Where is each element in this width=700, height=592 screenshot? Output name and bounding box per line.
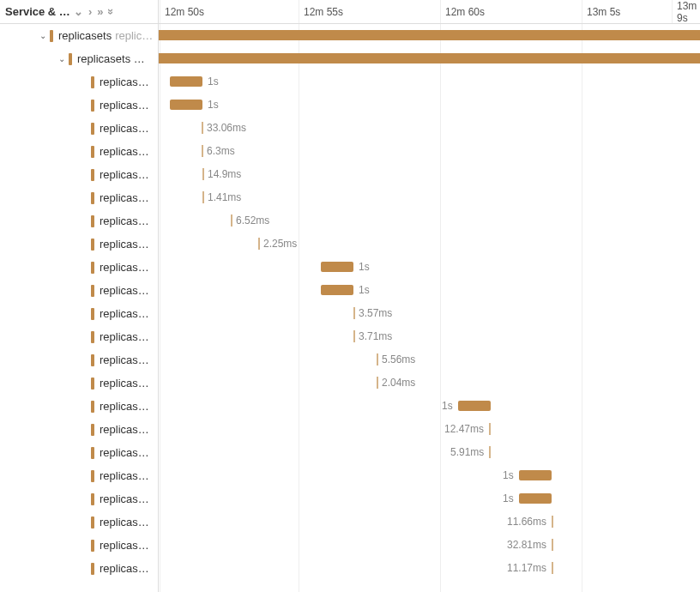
span-bar[interactable] [353, 330, 355, 342]
span-name: replicas… [100, 562, 149, 575]
span-tree-row[interactable]: replicas… [0, 557, 158, 580]
gantt-row[interactable]: 11.66ms [159, 510, 700, 534]
span-tree-row[interactable]: replicas… [0, 163, 158, 186]
gantt-row[interactable]: 1s [159, 487, 700, 510]
span-bar[interactable] [170, 100, 202, 110]
span-tree-row[interactable]: ⌄replicasetsreplic… [0, 24, 158, 47]
span-bar[interactable] [202, 145, 203, 157]
gantt-row[interactable]: 11.17ms [159, 557, 700, 580]
span-bar[interactable] [519, 493, 552, 504]
span-tree-row[interactable]: replicas… [0, 325, 158, 348]
next-icon[interactable]: › [88, 6, 92, 17]
span-tree-row[interactable]: replicas… [0, 186, 158, 209]
gantt-row[interactable]: 12.47ms [159, 418, 700, 441]
span-duration-label: 32.81ms [507, 539, 546, 551]
span-tree-row[interactable]: replicas… [0, 534, 158, 557]
span-name: replicas… [100, 492, 149, 505]
span-tree-row[interactable]: replicas… [0, 464, 158, 487]
span-tree-row[interactable]: replicas… [0, 487, 158, 510]
row-color-mark [91, 470, 94, 482]
span-tree-row[interactable]: replicas… [0, 348, 158, 372]
span-name: replicas… [100, 307, 149, 320]
gantt-row[interactable] [159, 24, 700, 47]
span-tree-row[interactable]: replicas… [0, 117, 158, 140]
span-tree-row[interactable]: replicas… [0, 256, 158, 279]
span-bar[interactable] [170, 76, 202, 87]
gantt-row[interactable]: 32.81ms [159, 534, 700, 557]
span-tree-row[interactable]: replicas… [0, 302, 158, 325]
time-tick: 12m 60s [440, 0, 485, 23]
span-bar[interactable] [159, 30, 700, 40]
span-name: replicas… [100, 191, 149, 204]
span-bar[interactable] [489, 446, 491, 458]
row-color-mark [91, 239, 94, 251]
span-tree-row[interactable]: replicas… [0, 395, 158, 418]
span-bar[interactable] [321, 285, 353, 295]
gantt-row[interactable]: 3.57ms [159, 302, 700, 325]
gantt-row[interactable]: 33.06ms [159, 117, 700, 140]
span-duration-label: 33.06ms [207, 122, 246, 134]
span-bar[interactable] [202, 122, 203, 134]
body-row: ⌄replicasetsreplic…⌄replicasets …replica… [0, 24, 700, 592]
span-bar[interactable] [489, 423, 491, 435]
span-duration-label: 1s [208, 99, 219, 111]
row-color-mark [91, 401, 94, 413]
tree-panel: ⌄replicasetsreplic…⌄replicasets …replica… [0, 24, 159, 592]
span-tree-row[interactable]: replicas… [0, 510, 158, 534]
span-bar[interactable] [231, 214, 232, 227]
span-name: replicas… [100, 261, 149, 274]
gantt-row[interactable]: 1s [159, 256, 700, 279]
gantt-row[interactable]: 6.3ms [159, 140, 700, 163]
gantt-row[interactable] [159, 47, 700, 70]
span-bar[interactable] [202, 191, 204, 203]
expand-all-icon[interactable]: » [97, 6, 103, 17]
gantt-row[interactable]: 1s [159, 464, 700, 487]
span-tree-row[interactable]: replicas… [0, 94, 158, 117]
collapse-all-icon[interactable]: » [106, 9, 118, 15]
gantt-row[interactable]: 5.91ms [159, 441, 700, 464]
span-tree-row[interactable]: replicas… [0, 372, 158, 395]
timeline-panel[interactable]: 1s1s33.06ms6.3ms14.9ms1.41ms6.52ms2.25ms… [159, 24, 700, 592]
panel-resizer[interactable] [153, 24, 158, 592]
row-color-mark [91, 215, 94, 227]
span-bar[interactable] [458, 401, 491, 411]
row-color-mark [91, 262, 94, 274]
span-tree-row[interactable]: replicas… [0, 209, 158, 233]
span-name: replicasets … [77, 52, 145, 65]
row-color-mark [91, 378, 94, 390]
span-bar[interactable] [377, 377, 378, 389]
gantt-row[interactable]: 5.56ms [159, 348, 700, 372]
gantt-row[interactable]: 1s [159, 70, 700, 94]
span-bar[interactable] [321, 262, 353, 272]
span-bar[interactable] [552, 539, 553, 551]
gantt-row[interactable]: 1.41ms [159, 186, 700, 209]
span-bar[interactable] [353, 307, 355, 319]
span-tree-row[interactable]: replicas… [0, 279, 158, 302]
gantt-row[interactable]: 6.52ms [159, 209, 700, 233]
gantt-row[interactable]: 14.9ms [159, 163, 700, 186]
span-bar[interactable] [377, 353, 378, 365]
gantt-row[interactable]: 2.25ms [159, 233, 700, 256]
span-tree-row[interactable]: replicas… [0, 441, 158, 464]
span-bar[interactable] [258, 238, 260, 250]
gantt-row[interactable]: 1s [159, 395, 700, 418]
span-bar[interactable] [552, 562, 553, 574]
gantt-row[interactable]: 1s [159, 279, 700, 302]
caret-icon[interactable]: ⌄ [39, 31, 46, 40]
gantt-row[interactable]: 3.71ms [159, 325, 700, 348]
span-tree-row[interactable]: replicas… [0, 140, 158, 163]
span-bar[interactable] [202, 168, 204, 180]
gantt-row[interactable]: 2.04ms [159, 372, 700, 395]
span-tree-row[interactable]: replicas… [0, 70, 158, 94]
row-color-mark [91, 331, 94, 343]
collapse-down-icon[interactable]: ⌄ [74, 6, 83, 17]
span-sublabel: replic… [115, 29, 153, 42]
span-tree-row[interactable]: replicas… [0, 418, 158, 441]
caret-icon[interactable]: ⌄ [58, 54, 65, 63]
span-bar[interactable] [159, 53, 700, 63]
gantt-row[interactable]: 1s [159, 94, 700, 117]
span-bar[interactable] [519, 470, 552, 480]
span-tree-row[interactable]: ⌄replicasets … [0, 47, 158, 70]
span-bar[interactable] [552, 516, 553, 528]
span-tree-row[interactable]: replicas… [0, 233, 158, 256]
